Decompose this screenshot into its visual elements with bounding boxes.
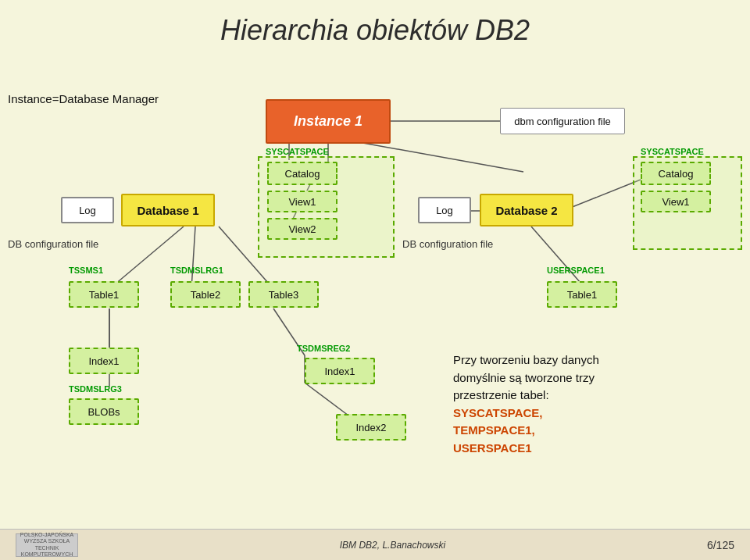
index1-1-box: Index1 [69,348,139,374]
svg-line-13 [305,383,352,418]
svg-line-6 [191,226,195,289]
database2-box: Database 2 [480,194,573,226]
table1-1-box: Table1 [69,281,139,308]
svg-line-16 [531,226,586,289]
description-block: Przy tworzeniu bazy danych domyślnie są … [453,351,599,457]
table1-2-box: Table1 [547,281,617,308]
syscatspace2-label: SYSCATSPACE [641,147,704,156]
instance-db-label: Instance=Database Manager [8,92,159,105]
log1-box: Log [61,197,114,223]
catalog2-box: Catalog [641,162,711,185]
view1-1-box: View1 [267,191,338,212]
tsdmsreg2-label: TSDMSREG2 [297,344,350,353]
footer-logo: POLSKO-JAPOŃSKAWYŻSZA SZKOŁATECHNIK KOMP… [16,533,78,557]
page-title: Hierarchia obiektów DB2 [0,0,750,47]
tsdmslrg3-label: TSDMSLRG3 [69,384,122,394]
syscatspace1-container: Catalog View1 View2 [258,156,395,258]
catalog1-box: Catalog [267,162,338,185]
footer: POLSKO-JAPOŃSKAWYŻSZA SZKOŁATECHNIK KOMP… [0,529,750,560]
db-config2-label: DB configuration file [402,238,493,250]
db-config1-label: DB configuration file [8,238,98,250]
svg-line-5 [109,226,184,289]
footer-page: 6/125 [707,539,734,551]
index1-2-box: Index1 [305,358,375,384]
syscatspace2-container: Catalog View1 [633,156,742,250]
userspace1-label: USERSPACE1 [547,266,605,275]
tsdmslrg1-label: TSDMSLRG1 [170,266,223,275]
dbm-config-box: dbm configuration file [500,108,625,134]
footer-author: IBM DB2, L.Banachowski [340,540,445,551]
syscatspace1-label: SYSCATSPACE [266,147,329,156]
table2-1-box: Table2 [170,281,241,308]
page: Hierarchia obiektów DB2 Instance=Databas… [0,0,750,560]
index2-1-box: Index2 [336,414,406,441]
diagram-lines [0,0,750,560]
tssms1-label: TSSMS1 [69,266,103,275]
view1-2-box: View1 [641,191,711,212]
database1-box: Database 1 [121,194,215,226]
svg-line-15 [562,180,641,211]
instance1-box: Instance 1 [266,99,391,144]
log2-box: Log [418,197,471,223]
blobs-box: BLOBs [69,398,139,425]
table3-1-box: Table3 [248,281,319,308]
view2-1-box: View2 [267,218,338,240]
